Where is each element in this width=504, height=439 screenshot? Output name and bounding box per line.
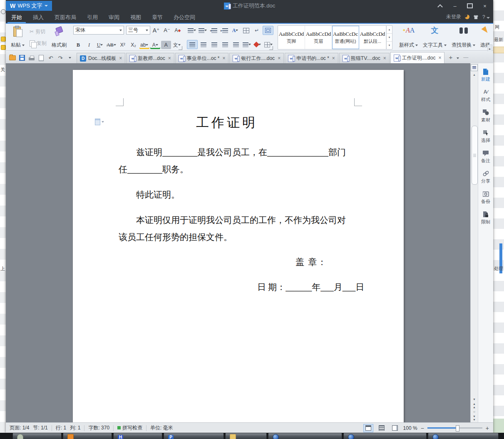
close-tab-icon[interactable]: × [168,55,171,61]
document-canvas[interactable]: 工作证明 兹证明________是我公司员工，在______________部门… [6,63,470,422]
style-header[interactable]: AaBbCcDd 页眉 [305,26,332,49]
font-dialog-launcher[interactable] [179,46,182,50]
doc-tab-3[interactable]: w 银行工作....doc× [229,53,284,63]
text-tools-button[interactable]: 文 文字工具 [420,25,449,50]
sidebar-item-restrict[interactable]: 限制 [478,211,493,231]
gallery-scroll-up[interactable]: ▲ [387,26,392,34]
night-mode-icon[interactable] [465,15,469,19]
superscript-button[interactable]: X² [118,41,128,49]
select-browse-object-button[interactable]: ○ [473,410,475,414]
format-painter-button[interactable]: 格式刷 [49,25,69,50]
doc-tab-active[interactable]: w 工作证明....doc× [390,52,445,63]
align-right-button[interactable] [209,40,219,49]
close-tab-icon[interactable]: × [119,55,122,61]
shading-button[interactable] [253,40,263,49]
sidebar-item-share[interactable]: 分享 [478,170,493,191]
taskbar-button[interactable] [268,433,342,439]
bullets-button[interactable] [187,26,197,35]
style-default-paragraph[interactable]: AaBbCcDd 默认段... [359,26,386,49]
char-shading-button[interactable]: A [161,41,171,49]
tab-list-button[interactable] [457,55,459,60]
sidebar-item-backup[interactable]: 备份 [478,191,493,211]
distribute-button[interactable] [231,40,241,49]
highlight-button[interactable]: ab [139,41,149,49]
split-view-button[interactable]: — [463,55,468,60]
increase-indent-button[interactable]: ▸ [219,26,229,35]
new-style-button[interactable]: ✦AA 新样式 [397,25,420,50]
tab-home[interactable]: 开始 [6,12,27,22]
next-page-button[interactable]: ▼▼ [473,415,476,422]
sidebar-item-styles[interactable]: A∕ 样式 [478,89,493,109]
taskbar-button[interactable] [63,433,112,439]
maximize-button[interactable] [464,1,476,10]
tab-view[interactable]: 视图 [125,12,146,22]
doc-tab-docer[interactable]: D Doc...线模板× [77,53,125,63]
zoom-slider-knob[interactable] [456,425,459,432]
collapse-ribbon-button[interactable] [434,1,446,10]
minimize-button[interactable]: – [449,1,461,10]
sidebar-item-materials[interactable]: 素材 [478,109,493,129]
close-tab-icon[interactable]: × [332,55,335,61]
sidebar-item-select[interactable]: 选择 [478,129,493,150]
print-button[interactable] [28,55,35,61]
sidebar-item-new[interactable]: 新建 [478,68,493,89]
scroll-thumb[interactable] [472,126,478,185]
tab-review[interactable]: 审阅 [103,12,125,22]
close-tab-icon[interactable]: × [383,55,386,61]
italic-button[interactable]: I [84,41,94,49]
style-footer[interactable]: AaBbCcDd 页脚 [278,26,305,49]
insert-table-button[interactable] [241,26,251,35]
strikethrough-button[interactable]: AB [106,41,117,49]
close-tab-icon[interactable]: × [222,55,225,61]
open-button[interactable] [9,55,16,61]
status-line[interactable]: 行: 1 [52,424,70,432]
tab-insert[interactable]: 插入 [27,12,49,22]
justify-button[interactable] [220,40,230,49]
scroll-down-button[interactable]: ▼ [473,398,476,401]
outline-view-button[interactable] [377,424,387,432]
status-section[interactable]: 节: 1/1 [33,424,51,432]
align-center-button[interactable] [199,40,209,49]
save-button[interactable] [19,55,25,61]
tab-references[interactable]: 引用 [82,12,103,22]
clear-format-button[interactable]: A◆ [173,26,183,35]
increase-font-button[interactable]: A⁺ [151,26,161,35]
paragraph-mark-button[interactable]: ↵ [252,26,262,35]
document-page[interactable]: 工作证明 兹证明________是我公司员工，在______________部门… [73,70,404,422]
help-button[interactable]: ? [482,14,490,20]
taskbar-button[interactable] [12,433,62,439]
scroll-track[interactable] [472,77,477,381]
print-preview-button[interactable] [38,55,45,61]
find-replace-button[interactable]: 查找替换 [449,25,478,50]
style-normal-web[interactable]: AaBbCcDc 普通(网站) [332,26,359,49]
web-view-button[interactable] [390,424,400,432]
taskbar-button[interactable]: P [164,433,224,439]
tab-workspace[interactable]: 办公空间 [168,12,201,22]
taskbar-button[interactable]: H [113,433,162,439]
status-spellcheck[interactable]: 拼写检查 [114,424,146,432]
text-wrap-button[interactable] [263,26,273,35]
new-tab-button[interactable]: + [449,54,452,61]
status-column[interactable]: 列: 1 [70,424,84,432]
ruler-toggle-button[interactable] [471,64,478,71]
zoom-slider[interactable] [427,427,482,429]
close-button[interactable]: × [479,1,491,10]
login-status[interactable]: 未登录 [446,13,461,20]
redo-button[interactable]: ↷ [57,55,64,61]
font-size-combo[interactable]: 三号 [126,26,150,35]
decrease-font-button[interactable]: A⁻ [162,26,172,35]
vertical-scrollbar[interactable]: ▲ ▼ ▲▲ ○ ▼▼ [470,63,478,422]
zoom-in-button[interactable]: + [486,425,489,432]
qat-dropdown[interactable] [67,55,73,61]
decrease-indent-button[interactable]: ◂ [209,26,218,35]
gallery-expand[interactable]: ▼ [387,42,392,49]
wps-app-button[interactable]: W WPS 文字 [6,1,52,11]
taskbar-button[interactable] [428,433,499,439]
cut-button[interactable]: ✂剪切 [28,27,48,36]
gallery-scroll-down[interactable]: ▼ [387,34,392,42]
line-spacing-button[interactable] [242,40,252,49]
subscript-button[interactable]: X₂ [129,41,139,49]
text-effects-button[interactable]: A [230,26,240,35]
sidebar-item-comments[interactable]: 备注 [478,150,493,170]
tab-page-layout[interactable]: 页面布局 [49,12,82,22]
